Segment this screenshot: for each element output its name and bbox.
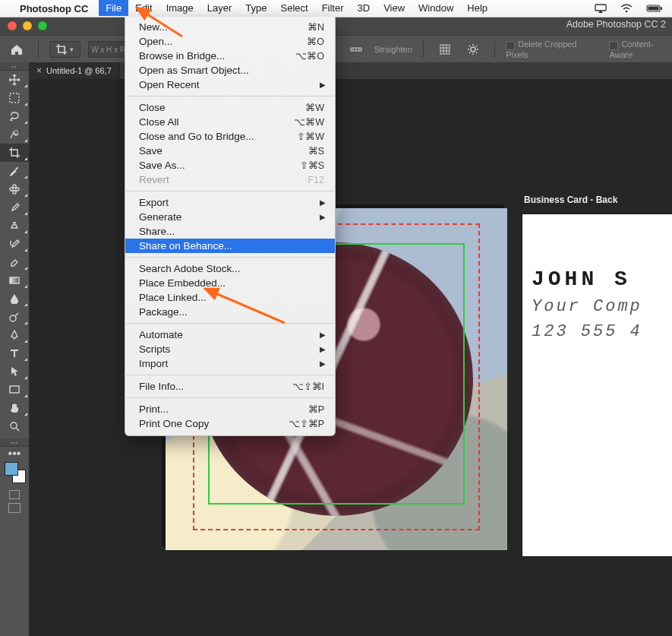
svg-point-2 — [626, 11, 628, 13]
menu-item-shortcut: ⌘O — [307, 36, 324, 47]
menubar-item-help[interactable]: Help — [460, 0, 494, 16]
lasso-tool[interactable] — [0, 107, 29, 125]
menu-item-save[interactable]: Save⌘S — [125, 144, 335, 158]
menu-item-shortcut: ⇧⌘S — [300, 160, 324, 171]
content-aware-checkbox[interactable]: Content-Aware — [609, 40, 672, 59]
eraser-tool[interactable] — [0, 253, 29, 271]
pen-tool[interactable] — [0, 326, 29, 344]
menubar-item-filter[interactable]: Filter — [315, 0, 351, 16]
tools-panel: •• ••• ••• — [0, 62, 30, 636]
app-name[interactable]: Photoshop CC — [20, 3, 88, 14]
quick-mask-toggle[interactable] — [0, 486, 29, 499]
menubar-item-window[interactable]: Window — [412, 0, 460, 16]
minimize-window-button[interactable] — [23, 21, 32, 30]
marquee-tool[interactable] — [0, 89, 29, 107]
menu-item-label: File Info... — [139, 381, 285, 392]
menu-item-print[interactable]: Print...⌘P — [125, 402, 335, 416]
crop-dimensions-input[interactable]: W x H x R — [88, 41, 129, 58]
menu-item-open-recent[interactable]: Open Recent▶ — [125, 78, 335, 92]
menubar-item-layer[interactable]: Layer — [200, 0, 239, 16]
crop-preset-dropdown[interactable]: ▾ — [49, 41, 80, 58]
close-window-button[interactable] — [8, 21, 17, 30]
zoom-tool[interactable] — [0, 417, 29, 435]
menu-item-generate[interactable]: Generate▶ — [125, 210, 335, 224]
app-titlebar: Adobe Photoshop CC 2 — [0, 17, 672, 35]
menubar-item-type[interactable]: Type — [238, 0, 273, 16]
menu-item-label: Browse in Bridge... — [139, 50, 288, 62]
foreground-color-swatch[interactable] — [5, 462, 18, 476]
menu-item-close-and-go-to-bridge[interactable]: Close and Go to Bridge...⇧⌘W — [125, 129, 335, 144]
menu-item-package[interactable]: Package... — [125, 305, 335, 319]
menu-item-open[interactable]: Open...⌘O — [125, 34, 335, 49]
clone-stamp-tool[interactable] — [0, 217, 29, 235]
home-button[interactable] — [6, 40, 27, 59]
menu-item-label: Save As... — [139, 160, 292, 171]
document-tab[interactable]: × Untitled-1 @ 66,7 — [29, 62, 120, 79]
eyedropper-tool[interactable] — [0, 162, 29, 180]
menu-item-import[interactable]: Import▶ — [125, 356, 335, 371]
airplay-icon[interactable] — [595, 4, 607, 13]
options-bar: ▾ W x H x R ⇄ Clear Straighten Delete Cr… — [0, 35, 672, 64]
overlay-grid-button[interactable] — [434, 40, 456, 59]
blur-tool[interactable] — [0, 290, 29, 308]
menu-item-close-all[interactable]: Close All⌥⌘W — [125, 115, 335, 129]
menubar-item-file[interactable]: File — [99, 0, 128, 16]
menu-item-print-one-copy[interactable]: Print One Copy⌥⇧⌘P — [125, 416, 335, 431]
mac-menubar: Photoshop CC FileEditImageLayerTypeSelec… — [0, 0, 672, 17]
menu-item-automate[interactable]: Automate▶ — [125, 327, 335, 342]
menu-item-place-linked[interactable]: Place Linked... — [125, 290, 335, 305]
shape-tool[interactable] — [0, 381, 29, 399]
delete-cropped-checkbox[interactable]: Delete Cropped Pixels — [506, 40, 594, 59]
svg-rect-5 — [661, 7, 662, 10]
menu-item-save-as[interactable]: Save As...⇧⌘S — [125, 158, 335, 172]
menu-item-new[interactable]: New...⌘N — [125, 20, 335, 34]
healing-brush-tool[interactable] — [0, 180, 29, 198]
history-brush-tool[interactable] — [0, 235, 29, 253]
menu-item-label: Scripts — [139, 343, 324, 355]
menu-item-close[interactable]: Close⌘W — [125, 100, 335, 115]
menu-item-scripts[interactable]: Scripts▶ — [125, 342, 335, 356]
menu-item-browse-in-bridge[interactable]: Browse in Bridge...⌥⌘O — [125, 49, 335, 63]
menu-item-label: Close and Go to Bridge... — [139, 131, 289, 142]
menu-item-export[interactable]: Export▶ — [125, 195, 335, 210]
hand-tool[interactable] — [0, 399, 29, 417]
straighten-icon[interactable] — [345, 40, 367, 59]
zoom-window-button[interactable] — [38, 21, 47, 30]
submenu-arrow-icon: ▶ — [320, 81, 326, 89]
wifi-icon[interactable] — [620, 4, 633, 13]
menu-item-share[interactable]: Share... — [125, 224, 335, 239]
close-tab-button[interactable]: × — [36, 65, 42, 76]
menu-item-share-on-behance[interactable]: Share on Behance... — [125, 239, 335, 253]
menu-item-label: Import — [139, 358, 324, 369]
edit-toolbar-button[interactable]: ••• — [0, 447, 29, 460]
color-swatches[interactable] — [0, 460, 29, 486]
crop-tool[interactable] — [0, 144, 29, 162]
menubar-item-select[interactable]: Select — [273, 0, 314, 16]
path-select-tool[interactable] — [0, 362, 29, 381]
screen-mode-button[interactable] — [0, 499, 29, 513]
svg-rect-27 — [10, 188, 19, 191]
brush-tool[interactable] — [0, 198, 29, 217]
menubar-item-image[interactable]: Image — [159, 0, 200, 16]
panel-grip[interactable]: •• — [0, 62, 29, 71]
menu-item-shortcut: ⌥⌘W — [294, 116, 324, 128]
straighten-label[interactable]: Straighten — [374, 45, 412, 54]
battery-icon[interactable] — [646, 4, 663, 13]
business-company: Your Comp — [532, 297, 672, 316]
menu-item-search-adobe-stock[interactable]: Search Adobe Stock... — [125, 261, 335, 276]
menu-item-file-info[interactable]: File Info...⌥⇧⌘I — [125, 379, 335, 394]
menubar-item-view[interactable]: View — [377, 0, 412, 16]
move-tool[interactable] — [0, 71, 29, 89]
menu-separator — [126, 96, 334, 97]
type-tool[interactable] — [0, 344, 29, 362]
dodge-tool[interactable] — [0, 308, 29, 326]
menu-item-open-as-smart-object[interactable]: Open as Smart Object... — [125, 63, 335, 78]
quick-select-tool[interactable] — [0, 125, 29, 144]
crop-settings-button[interactable] — [463, 40, 484, 59]
back-card-artwork[interactable]: JOHN S Your Comp 123 555 4 — [522, 214, 672, 556]
gradient-tool[interactable] — [0, 271, 29, 290]
menubar-item-3d[interactable]: 3D — [351, 0, 377, 16]
menu-item-place-embedded[interactable]: Place Embedded... — [125, 276, 335, 290]
svg-point-29 — [10, 315, 16, 321]
menubar-item-edit[interactable]: Edit — [128, 0, 159, 16]
